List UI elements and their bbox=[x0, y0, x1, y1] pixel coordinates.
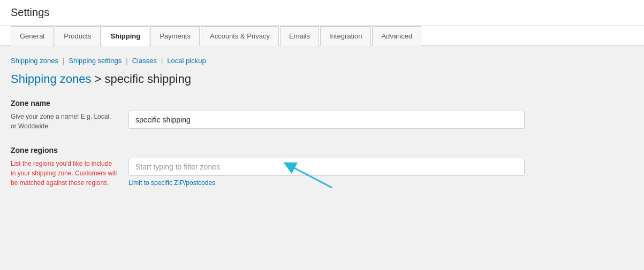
tab-accounts-privacy[interactable]: Accounts & Privacy bbox=[201, 26, 279, 46]
page-title-bar: Settings bbox=[0, 0, 644, 26]
tab-products[interactable]: Products bbox=[55, 26, 100, 46]
zone-name-title: Zone name bbox=[11, 99, 525, 107]
zone-regions-label: List the regions you'd like to include i… bbox=[11, 158, 118, 188]
content-area: Shipping zones | Shipping settings | Cla… bbox=[0, 46, 535, 213]
page-wrapper: Settings General Products Shipping Payme… bbox=[0, 0, 644, 270]
breadcrumb: Shipping zones | Shipping settings | Cla… bbox=[11, 57, 525, 65]
zone-name-section: Zone name Give your zone a name! E.g. Lo… bbox=[11, 99, 525, 131]
zone-regions-title: Zone regions bbox=[11, 146, 525, 155]
breadcrumb-local-pickup[interactable]: Local pickup bbox=[167, 57, 206, 65]
zone-regions-input-wrap: Limit to specific ZIP/postcodes bbox=[128, 158, 525, 187]
tab-advanced[interactable]: Advanced bbox=[372, 26, 421, 46]
breadcrumb-sep-3: | bbox=[161, 57, 163, 65]
tab-integration[interactable]: Integration bbox=[320, 26, 371, 46]
page-title: Settings bbox=[11, 6, 633, 19]
breadcrumb-shipping-settings[interactable]: Shipping settings bbox=[69, 57, 122, 65]
heading-shipping-zones-link[interactable]: Shipping zones bbox=[11, 72, 91, 86]
zone-name-input[interactable] bbox=[128, 111, 525, 129]
breadcrumb-classes[interactable]: Classes bbox=[132, 57, 157, 65]
tab-shipping[interactable]: Shipping bbox=[102, 26, 150, 46]
zone-name-field-row: Give your zone a name! E.g. Local, or Wo… bbox=[11, 111, 525, 131]
tab-general[interactable]: General bbox=[11, 26, 54, 46]
zone-regions-section: Zone regions List the regions you'd like… bbox=[11, 146, 525, 188]
zone-regions-input[interactable] bbox=[128, 158, 525, 176]
breadcrumb-sep-2: | bbox=[126, 57, 127, 65]
zone-name-label: Give your zone a name! E.g. Local, or Wo… bbox=[11, 111, 118, 131]
tab-payments[interactable]: Payments bbox=[150, 26, 200, 46]
tabs-bar: General Products Shipping Payments Accou… bbox=[0, 26, 644, 46]
breadcrumb-shipping-zones[interactable]: Shipping zones bbox=[11, 57, 58, 65]
zone-regions-field-row: List the regions you'd like to include i… bbox=[11, 158, 525, 188]
heading-suffix: > specific shipping bbox=[91, 72, 191, 86]
tab-emails[interactable]: Emails bbox=[280, 26, 319, 46]
page-heading: Shipping zones > specific shipping bbox=[11, 72, 525, 86]
limit-zip-postcodes-link[interactable]: Limit to specific ZIP/postcodes bbox=[128, 179, 215, 187]
breadcrumb-sep-1: | bbox=[63, 57, 64, 65]
zone-name-input-wrap bbox=[128, 111, 525, 129]
